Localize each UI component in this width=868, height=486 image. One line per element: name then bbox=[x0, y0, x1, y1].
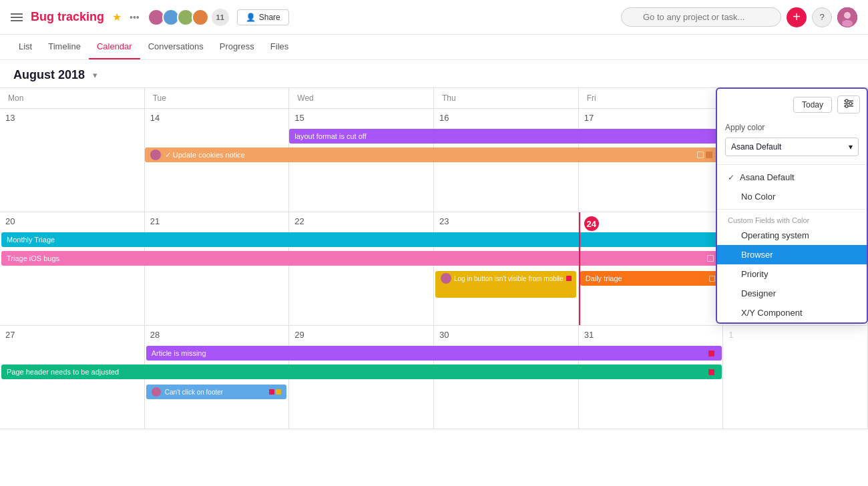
day-header-wed: Wed bbox=[289, 88, 434, 109]
day-cell-23: 23 bbox=[434, 212, 579, 325]
event-red-end-box2 bbox=[708, 369, 714, 375]
day-cell-22: 22 bbox=[289, 212, 434, 325]
divider bbox=[717, 164, 867, 165]
event-avatar-footer bbox=[152, 387, 161, 397]
day-header-fri: Fri bbox=[579, 88, 724, 109]
nav-list[interactable]: List bbox=[11, 35, 40, 59]
color-select-row: Asana Default ▾ bbox=[717, 135, 867, 162]
page-header: August 2018 ▾ bbox=[0, 60, 868, 87]
avatar bbox=[192, 9, 209, 26]
share-button[interactable]: 👤 Share bbox=[237, 9, 289, 25]
dropdown-item-browser[interactable]: Browser bbox=[717, 245, 867, 264]
today-indicator bbox=[579, 212, 580, 325]
event-red-box bbox=[566, 276, 572, 281]
apply-color-label: Apply color bbox=[717, 117, 867, 135]
svg-point-2 bbox=[842, 20, 853, 27]
event-login-button[interactable]: Log in button isn't visible from mobile bbox=[435, 271, 576, 298]
share-icon: 👤 bbox=[246, 13, 256, 22]
filter-button[interactable] bbox=[837, 95, 860, 113]
nav-timeline[interactable]: Timeline bbox=[40, 35, 89, 59]
event-daily-triage[interactable]: Daily triage bbox=[580, 271, 721, 286]
nav-files[interactable]: Files bbox=[262, 35, 296, 59]
sidebar-top: Today bbox=[717, 89, 867, 117]
day-cell-next1: 1 bbox=[723, 326, 868, 429]
color-picker-panel: Today Apply color Asana Default bbox=[716, 87, 868, 324]
event-cant-click-footer[interactable]: Can't click on footer bbox=[146, 385, 287, 399]
svg-point-1 bbox=[844, 12, 851, 19]
nav-conversations[interactable]: Conversations bbox=[140, 35, 212, 59]
user-avatar[interactable] bbox=[837, 7, 857, 27]
check-icon: ✓ bbox=[728, 173, 734, 182]
svg-point-8 bbox=[845, 105, 848, 107]
more-icon[interactable]: ••• bbox=[130, 12, 140, 23]
day-cell-21: 21 bbox=[145, 212, 290, 325]
color-select-dropdown[interactable]: Asana Default ▾ bbox=[725, 138, 859, 156]
svg-point-6 bbox=[845, 99, 848, 102]
dropdown-item-xy-component[interactable]: X/Y Component bbox=[717, 303, 867, 322]
dropdown-item-designer[interactable]: Designer bbox=[717, 284, 867, 303]
week-row-3: 27 28 29 30 31 1 Article is missing Page… bbox=[0, 326, 868, 429]
dropdown-item-no-color[interactable]: No Color bbox=[717, 187, 867, 206]
nav-bar: List Timeline Calendar Conversations Pro… bbox=[0, 35, 868, 60]
day-header-tue: Tue bbox=[145, 88, 290, 109]
dropdown-section-custom-fields: Custom Fields with Color bbox=[717, 212, 867, 226]
svg-point-7 bbox=[849, 102, 852, 105]
day-cell-13: 13 bbox=[0, 109, 145, 212]
app-header: Bug tracking ★ ••• 11 👤 Share 🔍 + ? bbox=[0, 0, 868, 35]
event-end-box bbox=[707, 255, 714, 262]
help-button[interactable]: ? bbox=[812, 7, 832, 27]
hamburger-menu[interactable] bbox=[11, 13, 23, 21]
event-checkbox-1 bbox=[697, 152, 704, 158]
event-colored-boxes bbox=[269, 389, 281, 395]
event-red-end-box bbox=[708, 350, 714, 356]
nav-progress[interactable]: Progress bbox=[212, 35, 262, 59]
event-page-header[interactable]: Page header needs to be adjusted bbox=[1, 364, 722, 379]
dropdown-item-asana-default[interactable]: ✓ Asana Default bbox=[717, 168, 867, 187]
calendar-container: Mon Tue Wed Thu Fri 13 14 15 16 17 9 lay… bbox=[0, 87, 868, 482]
day-header-thu: Thu bbox=[434, 88, 579, 109]
search-input[interactable] bbox=[621, 7, 781, 27]
event-color-box bbox=[706, 152, 712, 158]
event-triage-ios[interactable]: Triage iOS bugs bbox=[1, 251, 722, 266]
project-title: Bug tracking bbox=[31, 10, 104, 24]
event-checkbox-dt bbox=[709, 276, 715, 282]
event-article-missing[interactable]: Article is missing bbox=[146, 346, 722, 360]
divider2 bbox=[717, 209, 867, 210]
month-title: August 2018 bbox=[13, 68, 85, 82]
day-header-mon: Mon bbox=[0, 88, 145, 109]
event-update-cookies[interactable]: ✓ Update cookies notice bbox=[145, 148, 721, 162]
event-end-controls bbox=[697, 152, 712, 158]
avatar-count: 11 bbox=[212, 9, 229, 26]
avatar-group: 11 bbox=[148, 9, 229, 26]
dropdown-item-operating-system[interactable]: Operating system bbox=[717, 226, 867, 245]
day-cell-24: 24 bbox=[579, 212, 724, 325]
event-avatar bbox=[150, 150, 161, 160]
search-wrapper: 🔍 bbox=[621, 7, 781, 27]
main-area: August 2018 ▾ Mon Tue Wed Thu Fri 13 14 … bbox=[0, 60, 868, 482]
star-icon[interactable]: ★ bbox=[112, 11, 122, 23]
add-button[interactable]: + bbox=[787, 7, 807, 27]
today-button[interactable]: Today bbox=[793, 97, 832, 113]
dropdown-item-priority[interactable]: Priority bbox=[717, 264, 867, 284]
chevron-down-icon: ▾ bbox=[849, 142, 853, 152]
month-dropdown-icon[interactable]: ▾ bbox=[93, 70, 97, 80]
nav-calendar[interactable]: Calendar bbox=[89, 35, 140, 59]
search-bar: 🔍 + ? bbox=[621, 7, 857, 27]
event-avatar-small bbox=[441, 273, 451, 284]
day-cell-20: 20 bbox=[0, 212, 145, 325]
dropdown-menu: ✓ Asana Default No Color Custom Fields w… bbox=[717, 168, 867, 322]
